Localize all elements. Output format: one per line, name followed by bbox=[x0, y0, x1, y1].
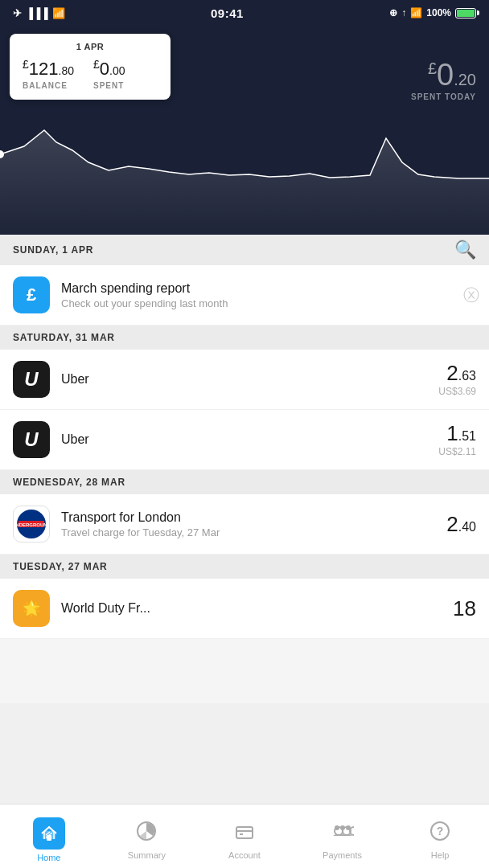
amount-sub-uber2: US$2.11 bbox=[438, 446, 476, 457]
spent-today-currency: £ bbox=[428, 59, 437, 77]
transaction-amount-tfl: 2.40 bbox=[446, 514, 476, 534]
nav-label-summary: Summary bbox=[128, 850, 166, 860]
transaction-name-tfl: Transport for London bbox=[61, 510, 446, 525]
battery-percent: 100% bbox=[426, 7, 451, 18]
transaction-wdf[interactable]: 🌟 World Duty Fr... 18 bbox=[0, 579, 489, 639]
help-svg: ? bbox=[429, 820, 451, 842]
location-icon: ⊕ bbox=[389, 7, 397, 18]
spent-integer: 0 bbox=[100, 59, 109, 79]
wdf-icon: 🌟 bbox=[13, 590, 50, 627]
section-date-sat: SATURDAY, 31 MAR bbox=[13, 332, 115, 343]
spent-today-dec: .20 bbox=[454, 71, 476, 88]
status-time: 09:41 bbox=[211, 6, 244, 20]
bottom-spacer bbox=[0, 639, 489, 703]
transaction-name-march: March spending report bbox=[61, 281, 476, 296]
section-header-sat: SATURDAY, 31 MAR bbox=[0, 326, 489, 350]
amount-main-uber1: 2.63 bbox=[438, 362, 476, 383]
transaction-info-uber2: Uber bbox=[61, 432, 438, 447]
balance-integer: 121 bbox=[29, 59, 59, 79]
amount-dec-uber2: 51 bbox=[462, 429, 476, 443]
amount-main-wdf: 18 bbox=[453, 598, 476, 619]
balance-label: BALANCE bbox=[23, 81, 74, 90]
summary-svg bbox=[135, 820, 158, 842]
nav-item-account[interactable]: Account bbox=[195, 805, 294, 868]
wifi-icon: 📶 bbox=[52, 7, 65, 19]
transaction-sub-march: Check out your spending last month bbox=[61, 297, 476, 309]
uber-icon-2: U bbox=[13, 421, 50, 458]
transaction-name-wdf: World Duty Fr... bbox=[61, 601, 453, 616]
section-date-sun: SUNDAY, 1 APR bbox=[13, 244, 93, 256]
tooltip-row: £121.80 BALANCE £0.00 SPENT bbox=[23, 58, 158, 90]
amount-dec-tfl: 40 bbox=[462, 520, 476, 534]
amount-main-uber2: 1.51 bbox=[438, 423, 476, 444]
transaction-uber-2[interactable]: U Uber 1.51 US$2.11 bbox=[0, 410, 489, 470]
account-icon bbox=[233, 820, 256, 847]
section-date-wed: WEDNESDAY, 28 MAR bbox=[13, 477, 125, 488]
transaction-tfl[interactable]: UNDERGROUND Transport for London Travel … bbox=[0, 494, 489, 555]
amount-int-uber1: 2 bbox=[446, 361, 458, 385]
pound-icon: £ bbox=[13, 276, 50, 313]
transaction-sub-tfl: Travel charge for Tuesday, 27 Mar bbox=[61, 526, 446, 538]
transaction-info-march: March spending report Check out your spe… bbox=[61, 281, 476, 309]
amount-sub-uber1: US$3.69 bbox=[438, 386, 476, 397]
transaction-amount-uber2: 1.51 US$2.11 bbox=[438, 423, 476, 457]
nav-item-home[interactable]: Home bbox=[0, 805, 98, 868]
payments-icon bbox=[331, 820, 354, 847]
transaction-amount-wdf: 18 bbox=[453, 598, 476, 619]
nav-label-account: Account bbox=[228, 850, 261, 860]
spent-today-int: 0 bbox=[437, 58, 454, 92]
bluetooth-icon: 📶 bbox=[410, 7, 422, 18]
svg-rect-9 bbox=[236, 827, 253, 838]
transaction-info-tfl: Transport for London Travel charge for T… bbox=[61, 510, 446, 538]
home-icon bbox=[33, 817, 65, 850]
spent-label: SPENT bbox=[93, 81, 125, 90]
content: SUNDAY, 1 APR 🔍 £ March spending report … bbox=[0, 235, 489, 703]
dismiss-button[interactable]: ⓧ bbox=[463, 285, 479, 306]
nav-label-payments: Payments bbox=[323, 850, 362, 860]
svg-point-17 bbox=[346, 825, 351, 830]
amount-int-wdf: 18 bbox=[453, 596, 476, 620]
search-button[interactable]: 🔍 bbox=[454, 241, 476, 259]
payments-svg bbox=[331, 820, 354, 842]
tooltip-card: 1 APR £121.80 BALANCE £0.00 SPENT bbox=[10, 34, 171, 100]
spent-currency: £ bbox=[93, 58, 100, 71]
balance-item: £121.80 BALANCE bbox=[23, 58, 74, 90]
svg-text:UNDERGROUND: UNDERGROUND bbox=[16, 522, 47, 527]
tfl-icon: UNDERGROUND bbox=[13, 506, 50, 542]
spent-item: £0.00 SPENT bbox=[93, 58, 125, 90]
transaction-uber-1[interactable]: U Uber 2.63 US$3.69 bbox=[0, 350, 489, 410]
help-icon: ? bbox=[429, 820, 451, 847]
tooltip-date: 1 APR bbox=[23, 42, 158, 51]
tfl-logo-svg: UNDERGROUND bbox=[16, 509, 47, 539]
account-svg bbox=[233, 820, 256, 842]
status-bar: ✈ ▐▐▐ 📶 09:41 ⊕ ↑ 📶 100% bbox=[0, 0, 489, 26]
nav-item-help[interactable]: ? Help bbox=[391, 805, 489, 868]
uber-icon-1: U bbox=[13, 361, 50, 398]
chart-area: 1 APR £121.80 BALANCE £0.00 SPENT £0.20 … bbox=[0, 26, 489, 235]
home-svg bbox=[40, 825, 58, 842]
status-right: ⊕ ↑ 📶 100% bbox=[389, 7, 476, 18]
bottom-nav: Home Summary Account bbox=[0, 804, 489, 868]
nav-label-home: Home bbox=[37, 853, 60, 862]
battery-icon bbox=[455, 8, 476, 18]
arrow-icon: ↑ bbox=[401, 7, 406, 18]
uber-logo-2: U bbox=[24, 428, 38, 451]
svg-point-16 bbox=[340, 825, 345, 830]
svg-text:?: ? bbox=[437, 825, 444, 837]
section-header-wed: WEDNESDAY, 28 MAR bbox=[0, 470, 489, 494]
status-left: ✈ ▐▐▐ 📶 bbox=[13, 7, 65, 19]
transaction-info-uber1: Uber bbox=[61, 372, 438, 387]
nav-item-payments[interactable]: Payments bbox=[294, 805, 392, 868]
nav-item-summary[interactable]: Summary bbox=[98, 805, 196, 868]
balance-decimal: .80 bbox=[59, 64, 74, 77]
section-header-tue: TUESDAY, 27 MAR bbox=[0, 555, 489, 579]
amount-int-tfl: 2 bbox=[446, 512, 458, 536]
svg-point-15 bbox=[335, 825, 339, 830]
transaction-name-uber1: Uber bbox=[61, 372, 438, 387]
transaction-march-report[interactable]: £ March spending report Check out your s… bbox=[0, 265, 489, 326]
section-header-sun: SUNDAY, 1 APR 🔍 bbox=[0, 235, 489, 265]
balance-currency: £ bbox=[23, 58, 29, 71]
transaction-name-uber2: Uber bbox=[61, 432, 438, 447]
amount-main-tfl: 2.40 bbox=[446, 514, 476, 534]
amount-int-uber2: 1 bbox=[446, 421, 458, 445]
